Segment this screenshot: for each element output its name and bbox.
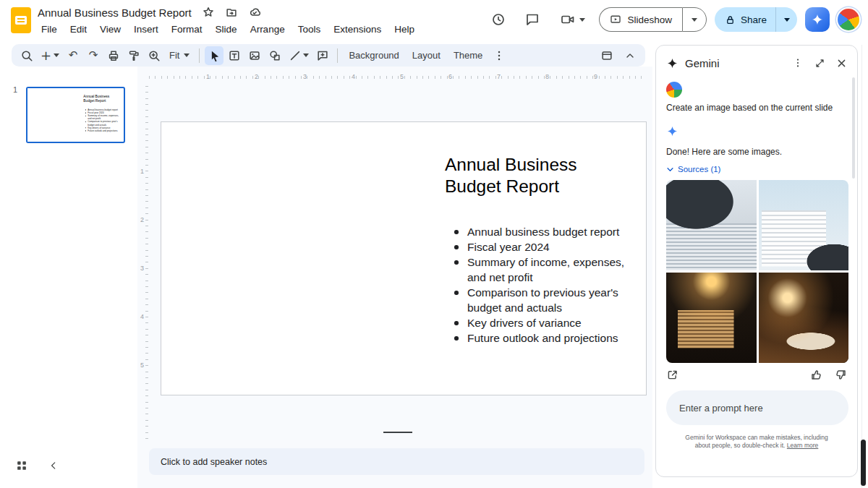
speaker-notes[interactable]: Click to add speaker notes — [149, 448, 644, 475]
menu-item[interactable]: File — [36, 22, 62, 36]
slide-bullet: Fiscal year 2024 — [451, 239, 636, 254]
chevron-down-icon — [666, 166, 674, 174]
theme-button[interactable]: Theme — [448, 46, 488, 65]
menubar: FileEditViewInsertFormatSlideArrangeTool… — [36, 22, 420, 36]
slide-bullet: Comparison to previous year's budget and… — [451, 285, 636, 315]
slideshow-dropdown[interactable] — [682, 7, 707, 32]
menu-item[interactable]: Help — [389, 22, 420, 36]
menu-item[interactable]: Extensions — [328, 22, 386, 36]
expand-panel-icon[interactable] — [814, 58, 825, 69]
slide-bullet: Summary of income, expenses, and net pro… — [451, 254, 636, 285]
gemini-spark-icon — [811, 13, 824, 26]
new-slide-button[interactable]: + — [38, 46, 62, 65]
menu-item[interactable]: Arrange — [245, 22, 290, 36]
slides-logo[interactable] — [11, 7, 31, 33]
sources-toggle[interactable]: Sources (1) — [666, 165, 847, 174]
gemini-prompt-input[interactable] — [666, 390, 848, 425]
menu-item[interactable]: Insert — [129, 22, 163, 36]
undo-icon[interactable]: ↶ — [64, 46, 82, 65]
meet-icon[interactable] — [553, 7, 591, 33]
generated-image[interactable] — [759, 273, 849, 363]
window-scrollbar-track — [861, 45, 862, 488]
print-icon[interactable] — [104, 46, 123, 65]
menu-item[interactable]: Slide — [210, 22, 242, 36]
more-tools-icon[interactable] — [490, 46, 509, 65]
share-dropdown[interactable] — [775, 7, 797, 32]
slides-logo-glyph — [15, 16, 27, 25]
generated-image[interactable] — [666, 273, 757, 363]
zoom-select[interactable]: Fit — [165, 50, 194, 61]
vertical-ruler-numbers: 12345 — [137, 80, 147, 390]
panel-scrollbar-thumb[interactable] — [852, 77, 855, 179]
menu-item[interactable]: View — [95, 22, 126, 36]
menu-item[interactable]: Edit — [65, 22, 92, 36]
collapse-filmstrip-icon[interactable] — [46, 458, 61, 473]
slideshow-icon — [610, 14, 621, 25]
grid-view-icon[interactable] — [14, 458, 30, 474]
search-menus-icon[interactable] — [17, 46, 36, 65]
menu-item[interactable]: Format — [166, 22, 208, 36]
main-toolbar: + ↶ ↷ Fit Background Layout Theme — [12, 44, 645, 67]
slide-bullet: Annual business budget report — [451, 224, 636, 239]
slide-thumbnail[interactable]: Annual Business Budget Report Annual bus… — [26, 87, 125, 143]
insert-image-icon[interactable] — [245, 46, 264, 65]
window-scrollbar-thumb[interactable] — [861, 440, 866, 486]
panel-more-icon[interactable] — [792, 57, 804, 69]
google-slides-app: { "topbar": { "doc_title": "Annual Busin… — [0, 0, 868, 488]
slideshow-button[interactable]: Slideshow — [599, 7, 682, 32]
version-history-icon[interactable] — [485, 7, 511, 33]
thumbs-down-icon[interactable] — [835, 369, 847, 381]
slide-bullet-list[interactable]: Annual business budget reportFiscal year… — [451, 224, 636, 346]
gemini-panel: Gemini Create an image based on the curr… — [655, 45, 858, 477]
select-tool-icon[interactable] — [205, 46, 224, 65]
thumbs-up-icon[interactable] — [810, 369, 822, 381]
slide-number: 1 — [13, 85, 17, 94]
layout-button[interactable]: Layout — [407, 46, 446, 65]
generated-image[interactable] — [666, 180, 757, 270]
redo-icon[interactable]: ↷ — [84, 46, 103, 65]
export-icon[interactable] — [666, 369, 678, 381]
gemini-panel-spark-icon — [666, 57, 678, 69]
gemini-panel-title: Gemini — [685, 57, 720, 69]
user-avatar — [666, 82, 682, 98]
generated-image[interactable] — [759, 180, 849, 270]
speaker-notes-placeholder: Click to add speaker notes — [161, 457, 267, 467]
insert-comment-icon[interactable] — [313, 46, 332, 65]
comments-icon[interactable] — [519, 7, 545, 33]
gemini-response-text: Done! Here are some images. — [666, 147, 847, 157]
zoom-icon[interactable] — [145, 46, 163, 65]
slide-canvas[interactable]: Annual Business Budget Report Annual bus… — [161, 121, 647, 395]
cloud-status-icon[interactable] — [248, 6, 262, 19]
frame-icon[interactable] — [597, 46, 616, 65]
learn-more-link[interactable]: Learn more — [787, 442, 818, 449]
slide-bullet: Key drivers of variance — [451, 315, 636, 330]
slideshow-split-button: Slideshow — [599, 7, 707, 32]
toolbar-divider — [199, 48, 200, 63]
menu-item[interactable]: Tools — [293, 22, 326, 36]
user-message: Create an image based on the current sli… — [666, 103, 847, 113]
toolbar-divider — [337, 48, 338, 63]
insert-shape-icon[interactable] — [265, 46, 284, 65]
generated-images-grid — [666, 180, 848, 363]
share-button[interactable]: Share — [715, 7, 775, 32]
move-folder-icon[interactable] — [225, 6, 238, 19]
gemini-button[interactable] — [805, 7, 830, 32]
document-title[interactable]: Annual Business Budget Report — [38, 7, 192, 19]
lock-icon — [725, 14, 736, 25]
share-split-button: Share — [715, 7, 797, 32]
star-icon[interactable] — [202, 6, 215, 19]
horizontal-ruler-numbers: 123456789 — [149, 69, 644, 78]
notes-resize-handle[interactable] — [383, 432, 412, 433]
text-box-icon[interactable] — [225, 46, 244, 65]
topbar: Annual Business Budget Report FileEditVi… — [0, 0, 868, 40]
collapse-menus-icon[interactable] — [621, 46, 639, 65]
slide-thumbnail-preview: Annual Business Budget Report Annual bus… — [27, 88, 46, 142]
account-avatar[interactable] — [838, 9, 859, 30]
insert-line-icon[interactable] — [286, 46, 312, 65]
close-panel-icon[interactable] — [836, 58, 847, 69]
gemini-disclaimer: Gemini for Workspace can make mistakes, … — [666, 434, 847, 450]
background-button[interactable]: Background — [343, 46, 404, 65]
paint-format-icon[interactable] — [124, 46, 143, 65]
slide-title[interactable]: Annual Business Budget Report — [445, 154, 598, 197]
gemini-response-spark-icon — [666, 125, 847, 140]
